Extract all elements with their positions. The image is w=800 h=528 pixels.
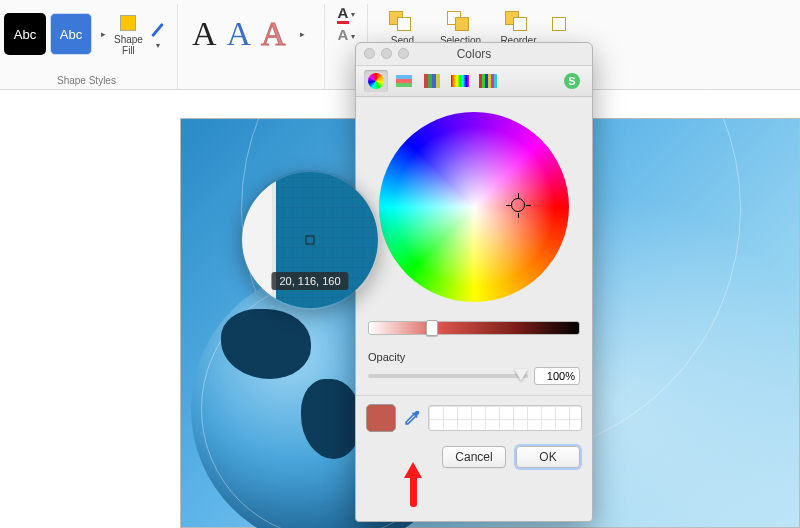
color-sliders-tab[interactable] (392, 70, 416, 92)
colors-title-text: Colors (457, 47, 492, 61)
pen-icon (147, 19, 169, 41)
group-label-shape-styles: Shape Styles (57, 75, 116, 90)
chevron-down-icon: ▾ (156, 41, 160, 50)
opacity-label: Opacity (368, 351, 405, 363)
loupe-rgb-readout: 20, 116, 160 (271, 272, 348, 290)
current-color-swatch[interactable] (366, 404, 396, 432)
eyedropper-loupe[interactable]: 20, 116, 160 (240, 170, 380, 310)
eyedropper-icon (402, 407, 422, 429)
color-wheel-cursor[interactable] (511, 198, 525, 212)
opacity-handle[interactable] (514, 369, 528, 381)
sliders-icon (396, 75, 412, 87)
shape-outline-button[interactable]: ▾ (147, 19, 169, 50)
color-wheel-area (356, 97, 592, 317)
swatch-row (356, 395, 592, 438)
colors-titlebar[interactable]: Colors (356, 43, 592, 65)
ok-button[interactable]: OK (516, 446, 580, 468)
color-wheel[interactable] (379, 112, 569, 302)
colors-toolbar: S (356, 65, 592, 97)
color-cycle-button[interactable]: S (560, 70, 584, 92)
pencils-icon (479, 74, 497, 88)
eyedropper-button[interactable] (402, 407, 422, 429)
shape-fill-label: Shape Fill (114, 34, 143, 56)
wordart-style-black[interactable]: A (192, 15, 217, 53)
brightness-slider[interactable] (356, 317, 592, 339)
palette-icon (424, 74, 440, 88)
colors-panel: Colors S Opacity (355, 42, 593, 522)
shape-fill-button[interactable]: Shape Fill (114, 12, 143, 56)
opacity-slider[interactable] (368, 374, 528, 378)
wordart-style-blue[interactable]: A (226, 15, 251, 53)
shape-style-thumb-dark[interactable]: Abc (4, 13, 46, 55)
dialog-buttons: Cancel OK (356, 438, 592, 478)
color-palettes-tab[interactable] (420, 70, 444, 92)
zoom-icon[interactable] (398, 48, 409, 59)
opacity-block: Opacity (356, 339, 592, 389)
color-wheel-tab[interactable] (364, 70, 388, 92)
window-controls[interactable] (364, 48, 409, 59)
close-icon[interactable] (364, 48, 375, 59)
cancel-button[interactable]: Cancel (442, 446, 506, 468)
shape-style-more-icon[interactable]: ▸ (96, 29, 110, 39)
pencils-tab[interactable] (476, 70, 500, 92)
brightness-handle[interactable] (426, 320, 438, 336)
wheel-icon (368, 73, 384, 89)
image-palettes-tab[interactable] (448, 70, 472, 92)
loupe-target-icon (306, 236, 315, 245)
cycle-icon: S (564, 73, 580, 89)
saved-swatches[interactable] (428, 405, 582, 431)
minimize-icon[interactable] (381, 48, 392, 59)
opacity-input[interactable] (534, 367, 580, 385)
spectrum-icon (451, 75, 469, 87)
wordart-style-red[interactable]: A (261, 15, 286, 53)
paint-bucket-icon (117, 12, 139, 34)
group-shape-styles: Abc Abc ▸ Shape Fill ▾ Shape Styles (0, 4, 178, 90)
shape-style-thumb-blue[interactable]: Abc (50, 13, 92, 55)
group-label-wordart (249, 75, 252, 90)
